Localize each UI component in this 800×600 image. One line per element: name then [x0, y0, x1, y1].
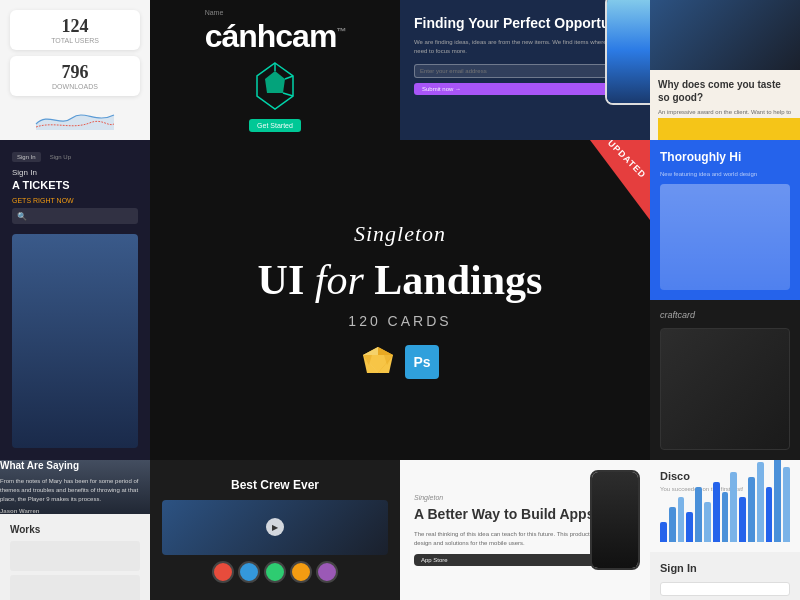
opportunity-cell: Finding Your Perfect Opportunity We are … [400, 0, 650, 140]
stat-box-2: 796 DOWNLOADS [10, 56, 140, 96]
opportunity-title: Finding Your Perfect Opportunity [414, 14, 636, 32]
mountain-overlay [650, 0, 800, 70]
chart-bar-3 [686, 512, 693, 542]
play-button[interactable]: ▶ [266, 518, 284, 536]
mountain-image-cell [650, 0, 800, 70]
craftcard-cell: craftcard [650, 300, 800, 460]
craftcard-preview [660, 328, 790, 450]
name-field-label: Name [205, 9, 224, 16]
canhcam-name: cánhcam [205, 18, 337, 54]
mockup-overlay [660, 184, 790, 290]
stats-cell: 124 TOTAL USERS 796 DOWNLOADS [0, 0, 150, 140]
chart-bar-6 [713, 482, 720, 542]
trademark: ™ [336, 26, 345, 37]
chart-bar-9 [739, 497, 746, 542]
crew-avatars [212, 561, 338, 583]
craftcard-label: craftcard [660, 310, 790, 320]
opportunity-email-input[interactable] [414, 64, 636, 78]
tickets-image [12, 234, 138, 448]
tickets-subtitle: Sign In [12, 168, 138, 177]
stat-label-2: DOWNLOADS [20, 83, 130, 90]
food-text-cell: Why does come you taste so good? An impr… [650, 70, 800, 140]
canhcam-logo-shape [255, 61, 295, 111]
opportunity-submit-button[interactable]: Submit now → [414, 83, 636, 95]
search-icon: 🔍 [17, 212, 27, 221]
saying-quote: From the notes of Mary has been for some… [0, 477, 150, 504]
food-headline: Why does come you taste so good? [658, 78, 792, 104]
banner-title-for: for [315, 257, 364, 303]
canhcam-cell: Name cánhcam™ Get Started [150, 0, 400, 140]
r3c4-cell: Disco You succeeded on the first test! S… [650, 460, 800, 600]
yellow-accent-bar [658, 118, 800, 140]
stat-number-2: 796 [20, 62, 130, 83]
works-cell: Works STARTING UI KIT [0, 514, 150, 600]
phone-screen [607, 0, 650, 103]
signin-email-field[interactable] [660, 582, 790, 596]
chart-bar-2 [678, 497, 685, 542]
chart-bar-7 [722, 492, 729, 542]
canhcam-cta-button[interactable]: Get Started [249, 119, 301, 132]
stat-box-1: 124 TOTAL USERS [10, 10, 140, 50]
avatar-4 [290, 561, 312, 583]
crew-cell: Best Crew Ever ▶ [150, 460, 400, 600]
canhcam-brand: cánhcam™ [205, 18, 346, 55]
better-way-cell: Singleton A Better Way to Build Apps The… [400, 460, 650, 600]
works-item-2 [10, 575, 140, 600]
crew-title: Best Crew Ever [231, 478, 319, 492]
r3c1-cell: What Are Saying From the notes of Mary h… [0, 460, 150, 600]
opportunity-body: We are finding ideas, ideas are from the… [414, 38, 636, 56]
tickets-search[interactable]: 🔍 [12, 208, 138, 224]
chart-bar-10 [748, 477, 755, 542]
chart-bar-4 [695, 487, 702, 542]
discovery-cell: Disco You succeeded on the first test! [650, 460, 800, 552]
discovery-chart [660, 492, 790, 542]
chart-bar-13 [774, 460, 781, 542]
stat-number-1: 124 [20, 16, 130, 37]
chart-bar-12 [766, 487, 773, 542]
avatar-1 [212, 561, 234, 583]
r1c4-cell: Why does come you taste so good? An impr… [650, 0, 800, 140]
banner-title-landings: Landings [364, 257, 543, 303]
chart-bar-11 [757, 462, 764, 542]
avatar-3 [264, 561, 286, 583]
crew-video: ▶ [162, 500, 388, 555]
banner-subtitle: 120 CARDS [348, 313, 451, 329]
stat-label-1: TOTAL USERS [20, 37, 130, 44]
banner-title-ui: UI [258, 257, 315, 303]
works-item-1 [10, 541, 140, 571]
chart-bar-8 [730, 472, 737, 542]
thoroughly-cell: Thoroughly Hi New featuring idea and wor… [650, 140, 800, 300]
wave-chart [10, 106, 140, 130]
svg-marker-1 [265, 71, 285, 93]
phone-mockup [605, 0, 650, 105]
r2-right-cell: Thoroughly Hi New featuring idea and wor… [650, 140, 800, 460]
signin-tab[interactable]: Sign In [12, 152, 41, 162]
tickets-cell: Sign In Sign Up Sign In A Tickets GETS R… [0, 140, 150, 460]
thoroughly-title: Thoroughly Hi [660, 150, 790, 166]
signin-cell: Sign In Sign In f t g [650, 552, 800, 600]
chart-bar-1 [669, 507, 676, 542]
chart-bar-5 [704, 502, 711, 542]
app-phone-mockup [590, 470, 640, 570]
thoroughly-mockup [660, 184, 790, 290]
main-banner: UPDATED Singleton UI for Landings 120 CA… [150, 140, 650, 460]
saying-title: What Are Saying [0, 460, 150, 471]
signin-tabs: Sign In Sign Up [12, 152, 138, 162]
banner-title: UI for Landings [258, 257, 543, 303]
chart-bar-0 [660, 522, 667, 542]
banner-app-icons: Ps [361, 345, 439, 379]
thoroughly-body: New featuring idea and world design [660, 170, 790, 178]
chart-bar-14 [783, 467, 790, 542]
discovery-title: Disco [660, 470, 790, 482]
avatar-2 [238, 561, 260, 583]
ps-icon: Ps [405, 345, 439, 379]
svg-line-4 [283, 93, 293, 96]
signin-title: Sign In [660, 562, 790, 574]
app-phone-screen [592, 472, 638, 568]
tickets-cta: GETS RIGHT NOW [12, 197, 138, 204]
sketch-icon [361, 345, 395, 379]
signup-tab[interactable]: Sign Up [45, 152, 76, 162]
tickets-heading: A Tickets [12, 179, 138, 191]
works-title: Works [10, 524, 140, 535]
banner-brand: Singleton [354, 221, 446, 247]
